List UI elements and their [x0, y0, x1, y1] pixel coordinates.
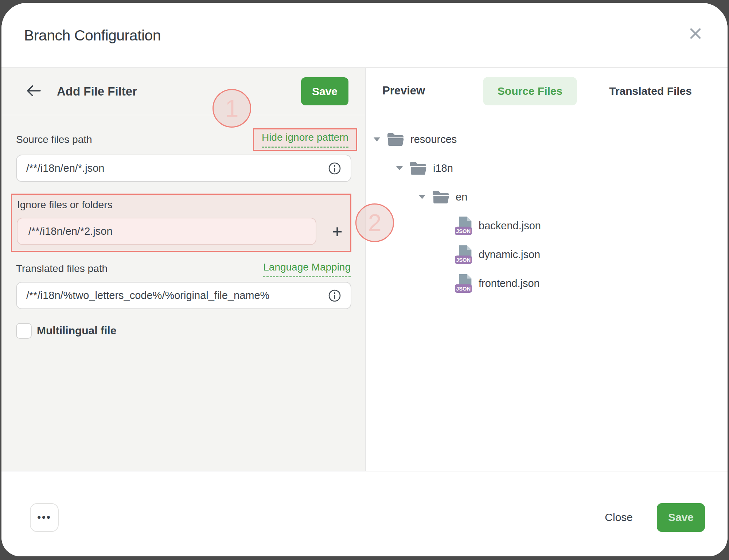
annotation-step-2: 2 — [355, 203, 394, 242]
tree-item-label: dynamic.json — [479, 249, 540, 261]
translated-path-info-button[interactable] — [328, 289, 341, 302]
ignore-pattern-input[interactable]: /**/i18n/en/*2.json — [17, 218, 316, 245]
language-mapping-link[interactable]: Language Mapping — [263, 261, 351, 277]
ignore-pattern-highlight: Ignore files or folders /**/i18n/en/*2.j… — [11, 194, 351, 252]
file-filter-header: Add File Filter Save — [1, 68, 365, 115]
json-file-icon: JSON — [455, 216, 473, 236]
ignore-files-label: Ignore files or folders — [17, 199, 112, 211]
file-filter-panel: Add File Filter Save Source files path H… — [1, 68, 366, 471]
tab-source-files[interactable]: Source Files — [483, 77, 577, 105]
tree-item-label: resources — [410, 133, 457, 145]
modal-content: Add File Filter Save Source files path H… — [1, 67, 728, 471]
ignore-pattern-value: /**/i18n/en/*2.json — [28, 225, 113, 237]
multilingual-file-checkbox[interactable] — [16, 323, 32, 339]
footer-save-button[interactable]: Save — [657, 503, 705, 532]
tree-row-en[interactable]: en — [366, 183, 728, 211]
tree-row-frontend.json[interactable]: JSONfrontend.json — [366, 269, 728, 298]
footer-close-button[interactable]: Close — [605, 511, 633, 524]
info-icon — [328, 162, 341, 175]
back-arrow-icon — [26, 85, 42, 97]
file-tree: resourcesi18nenJSONbackend.jsonJSONdynam… — [366, 116, 728, 471]
source-files-path-input[interactable]: /**/i18n/en/*.json — [16, 155, 351, 182]
caret-down-icon[interactable] — [418, 195, 426, 199]
translated-files-path-value: /**/i18n/%two_letters_code%/%original_fi… — [26, 289, 269, 302]
folder-icon — [432, 190, 449, 204]
source-path-info-button[interactable] — [328, 162, 341, 175]
svg-text:JSON: JSON — [456, 228, 471, 234]
caret-down-icon[interactable] — [373, 137, 381, 141]
folder-icon — [410, 162, 426, 175]
translated-files-path-label: Translated files path — [16, 263, 108, 275]
plus-icon: + — [332, 222, 342, 241]
more-options-button[interactable]: ••• — [30, 503, 59, 532]
branch-configuration-modal: Branch Configuration Add File Filter Sav… — [1, 3, 728, 556]
close-icon — [688, 26, 703, 41]
tree-item-label: frontend.json — [479, 277, 540, 289]
tree-row-backend.json[interactable]: JSONbackend.json — [366, 211, 728, 240]
preview-title: Preview — [382, 84, 425, 97]
tree-row-resources[interactable]: resources — [366, 125, 728, 154]
json-file-icon: JSON — [455, 245, 473, 265]
svg-text:JSON: JSON — [456, 257, 471, 263]
annotation-step-1: 1 — [213, 89, 251, 128]
source-files-path-label: Source files path — [16, 134, 92, 145]
add-ignore-pattern-button[interactable]: + — [325, 218, 349, 245]
hide-ignore-pattern-highlight: Hide ignore pattern — [253, 128, 357, 151]
translated-files-path-input[interactable]: /**/i18n/%two_letters_code%/%original_fi… — [16, 282, 351, 309]
tree-item-label: backend.json — [479, 220, 541, 232]
filter-save-button[interactable]: Save — [301, 77, 348, 105]
preview-tabs: Source Files Translated Files — [483, 77, 706, 105]
language-mapping-wrap: Language Mapping — [263, 261, 351, 273]
tree-row-i18n[interactable]: i18n — [366, 154, 728, 183]
tab-translated-files[interactable]: Translated Files — [594, 77, 706, 105]
tree-row-dynamic.json[interactable]: JSONdynamic.json — [366, 240, 728, 269]
modal-title: Branch Configuration — [24, 27, 161, 44]
file-filter-title: Add File Filter — [57, 85, 137, 98]
info-icon — [328, 289, 341, 302]
source-files-path-value: /**/i18n/en/*.json — [26, 162, 104, 174]
back-button[interactable] — [26, 85, 42, 97]
multilingual-file-label: Multilingual file — [37, 324, 116, 337]
caret-down-icon[interactable] — [395, 166, 404, 170]
modal-header: Branch Configuration — [1, 3, 728, 67]
folder-icon — [387, 133, 404, 146]
tree-item-label: en — [456, 191, 467, 203]
hide-ignore-pattern-link[interactable]: Hide ignore pattern — [262, 132, 348, 148]
svg-text:JSON: JSON — [456, 286, 471, 292]
json-file-icon: JSON — [455, 274, 473, 293]
preview-panel: Preview Source Files Translated Files re… — [366, 68, 728, 471]
modal-footer: ••• Close Save — [1, 472, 728, 556]
preview-header: Preview Source Files Translated Files — [366, 68, 728, 115]
close-button[interactable] — [687, 25, 704, 42]
tree-item-label: i18n — [433, 162, 453, 174]
